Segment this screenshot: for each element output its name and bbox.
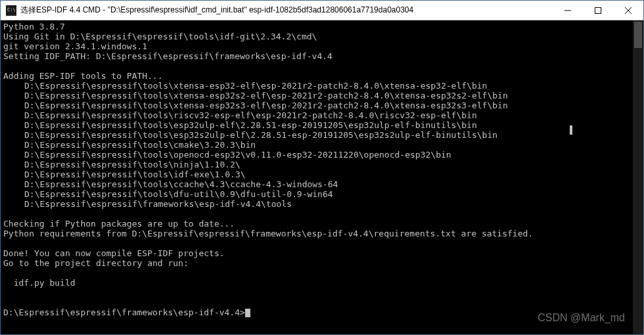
selection-cursor [570, 125, 572, 135]
minimize-button[interactable] [553, 1, 583, 20]
output-line: Python 3.8.7 [3, 22, 65, 32]
terminal-output[interactable]: Python 3.8.7 Using Git in D:\Espressif\e… [1, 20, 643, 334]
cmd-window: 选择ESP-IDF 4.4 CMD - "D:\Espressif\espres… [0, 0, 644, 335]
watermark: CSDN @Mark_md [538, 313, 625, 323]
titlebar[interactable]: 选择ESP-IDF 4.4 CMD - "D:\Espressif\espres… [1, 1, 643, 20]
scrollbar[interactable] [633, 20, 643, 334]
output-line: Python requirements from D:\Espressif\es… [3, 229, 533, 238]
path-line: D:\Espressif\espressif\frameworks\esp-id… [3, 199, 641, 209]
path-line: D:\Espressif\espressif\tools\esp32ulp-el… [3, 120, 641, 130]
output-line: Go to the project directory and run: [3, 258, 189, 268]
path-line: D:\Espressif\espressif\tools\idf-exe\1.0… [3, 169, 641, 179]
text-cursor [245, 309, 250, 317]
output-line: Checking if Python packages are up to da… [3, 219, 235, 229]
path-line: D:\Espressif\espressif\tools\xtensa-esp3… [3, 100, 641, 110]
svg-rect-1 [595, 7, 601, 13]
path-line: D:\Espressif\espressif\tools\openocd-esp… [3, 150, 641, 160]
scrollbar-thumb[interactable] [634, 22, 642, 48]
window-controls [553, 1, 643, 20]
prompt-line: D:\Espressif\espressif\frameworks\esp-id… [3, 307, 245, 317]
output-line: Using Git in D:\Espressif\espressif\tool… [3, 32, 317, 41]
path-line: D:\Espressif\espressif\tools\esp32s2ulp-… [3, 130, 641, 140]
path-line: D:\Espressif\espressif\tools\cmake\3.20.… [3, 140, 641, 150]
output-line: Adding ESP-IDF tools to PATH... [3, 71, 163, 81]
output-line: Done! You can now compile ESP-IDF projec… [3, 248, 225, 258]
path-line: D:\Espressif\espressif\tools\xtensa-esp3… [3, 81, 641, 91]
output-line: git version 2.34.1.windows.1 [3, 41, 147, 51]
output-line: idf.py build [3, 278, 76, 288]
path-line: D:\Espressif\espressif\tools\xtensa-esp3… [3, 91, 641, 100]
path-line: D:\Espressif\espressif\tools\ninja\1.10.… [3, 160, 641, 169]
maximize-button[interactable] [583, 1, 613, 20]
close-button[interactable] [613, 1, 643, 20]
output-line: Setting IDF_PATH: D:\Espressif\espressif… [3, 51, 333, 61]
path-line: D:\Espressif\espressif\tools\riscv32-esp… [3, 110, 641, 120]
cmd-icon [6, 5, 16, 16]
path-line: D:\Espressif\espressif\tools\ccache\4.3\… [3, 179, 641, 189]
path-line: D:\Espressif\espressif\tools\dfu-util\0.… [3, 189, 641, 199]
window-title: 选择ESP-IDF 4.4 CMD - "D:\Espressif\espres… [20, 5, 553, 16]
